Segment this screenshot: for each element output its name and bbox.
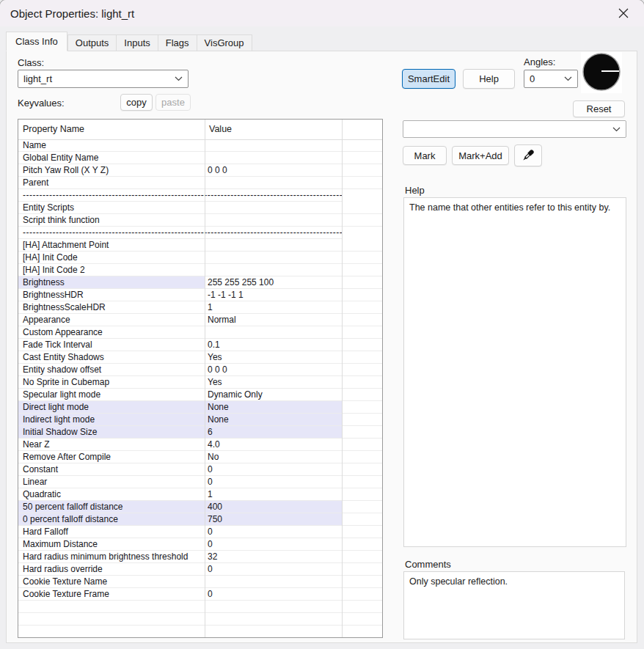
property-value-cell: 4.0: [205, 439, 342, 451]
table-row[interactable]: Initial Shadow Size6: [18, 426, 382, 439]
angle-picker[interactable]: [581, 52, 622, 93]
property-value-cell: 0: [205, 538, 342, 551]
table-row[interactable]: Global Entity Name: [18, 152, 382, 164]
property-name-cell: Entity shadow offset: [18, 364, 205, 376]
class-combobox[interactable]: light_rt: [18, 70, 189, 88]
property-name-cell: Parent: [18, 177, 205, 189]
smartedit-button[interactable]: SmartEdit: [402, 69, 455, 89]
table-row[interactable]: Script think function: [18, 214, 382, 227]
empty-cell: [342, 152, 382, 164]
table-row[interactable]: Pitch Yaw Roll (X Y Z)0 0 0: [18, 164, 382, 177]
table-row[interactable]: [18, 626, 382, 638]
empty-cell: [342, 389, 382, 401]
column-header-property-name[interactable]: Property Name: [23, 124, 84, 134]
table-row[interactable]: Remove After CompileNo: [18, 451, 382, 463]
table-row[interactable]: Cookie Texture Frame0: [18, 588, 382, 601]
property-value-cell: [205, 239, 342, 252]
separator-row[interactable]: ----------------------------------------…: [18, 189, 382, 202]
table-row[interactable]: BrightnessScaleHDR1: [18, 301, 382, 314]
property-name-cell: Direct light mode: [18, 401, 205, 414]
table-row[interactable]: Near Z4.0: [18, 439, 382, 451]
table-row[interactable]: [18, 613, 382, 626]
comments-text: Only specular reflection.: [409, 576, 508, 587]
mark-button[interactable]: Mark: [403, 146, 447, 165]
table-row[interactable]: Constant0: [18, 463, 382, 476]
keyvalue-table-header: Property Name Value: [18, 120, 382, 139]
comments-textbox[interactable]: Only specular reflection.: [403, 571, 625, 639]
table-row[interactable]: Entity Scripts: [18, 202, 382, 214]
property-name-cell: 0 percent falloff distance: [18, 513, 205, 526]
table-row[interactable]: Custom Appearance: [18, 326, 382, 339]
table-row[interactable]: Cast Entity ShadowsYes: [18, 351, 382, 364]
empty-cell: [342, 488, 382, 501]
table-row[interactable]: Hard radius minimum brightness threshold…: [18, 551, 382, 563]
table-row[interactable]: Name: [18, 139, 382, 152]
property-name-cell: Linear: [18, 476, 205, 488]
table-row[interactable]: Indirect light modeNone: [18, 414, 382, 426]
table-row[interactable]: Direct light modeNone: [18, 401, 382, 414]
chevron-down-icon: [175, 76, 183, 81]
table-row[interactable]: Hard radius override0: [18, 563, 382, 576]
table-row[interactable]: Brightness255 255 255 100: [18, 276, 382, 289]
close-button[interactable]: [607, 0, 640, 26]
tab-flags[interactable]: Flags: [158, 34, 197, 51]
table-row[interactable]: BrightnessHDR-1 -1 -1 1: [18, 289, 382, 301]
property-name-cell: [18, 626, 205, 638]
property-name-cell: Specular light mode: [18, 389, 205, 401]
separator-row[interactable]: ----------------------------------------…: [18, 227, 382, 239]
paste-keyvalues-button[interactable]: paste: [155, 94, 191, 111]
table-row[interactable]: [18, 601, 382, 613]
table-row[interactable]: [HA] Attachment Point: [18, 239, 382, 252]
tab-inputs[interactable]: Inputs: [117, 34, 158, 51]
tab-visgroup[interactable]: VisGroup: [197, 34, 252, 51]
table-row[interactable]: Linear0: [18, 476, 382, 488]
table-row[interactable]: 50 percent falloff distance400: [18, 501, 382, 513]
table-row[interactable]: [HA] Init Code: [18, 252, 382, 264]
property-name-cell: Hard Falloff: [18, 526, 205, 538]
table-row[interactable]: AppearanceNormal: [18, 314, 382, 326]
property-name-cell: Remove After Compile: [18, 451, 205, 463]
property-name-cell: Fade Tick Interval: [18, 339, 205, 351]
property-name-cell: Brightness: [18, 276, 205, 289]
table-row[interactable]: Hard Falloff0: [18, 526, 382, 538]
copy-keyvalues-button[interactable]: copy: [120, 94, 153, 111]
table-row[interactable]: No Sprite in CubemapYes: [18, 376, 382, 389]
help-button[interactable]: Help: [463, 69, 515, 89]
table-row[interactable]: Specular light modeDynamic Only: [18, 389, 382, 401]
keyvalue-combobox[interactable]: [403, 120, 626, 138]
empty-cell: [342, 276, 382, 289]
window-title: Object Properties: light_rt: [0, 7, 134, 20]
table-row[interactable]: [HA] Init Code 2: [18, 264, 382, 276]
tab-outputs[interactable]: Outputs: [67, 34, 117, 51]
property-value-cell: 0.1: [205, 339, 342, 351]
reset-button[interactable]: Reset: [573, 100, 625, 117]
property-value-cell: [205, 177, 342, 189]
tab-class-info[interactable]: Class Info: [6, 32, 67, 51]
property-name-cell: Name: [18, 139, 205, 152]
property-value-cell: 0: [205, 588, 342, 601]
help-textbox[interactable]: The name that other entities refer to th…: [403, 197, 626, 547]
keyvalue-table[interactable]: Property Name Value NameGlobal Entity Na…: [18, 119, 383, 638]
table-row[interactable]: Maximum Distance0: [18, 538, 382, 551]
table-row[interactable]: Cookie Texture Name: [18, 576, 382, 588]
property-name-cell: Constant: [18, 463, 205, 476]
eyedropper-button[interactable]: [514, 144, 542, 166]
table-row[interactable]: Quadratic1: [18, 488, 382, 501]
table-row[interactable]: 0 percent falloff distance750: [18, 513, 382, 526]
table-row[interactable]: Entity shadow offset0 0 0: [18, 364, 382, 376]
angles-combobox[interactable]: 0: [524, 70, 578, 88]
empty-cell: [342, 551, 382, 563]
property-name-cell: [HA] Init Code 2: [18, 264, 205, 276]
mark-add-button[interactable]: Mark+Add: [452, 146, 509, 165]
property-value-cell: [205, 252, 342, 264]
property-name-cell: Entity Scripts: [18, 202, 205, 214]
property-name-cell: Appearance: [18, 314, 205, 326]
column-divider: [342, 120, 343, 637]
table-row[interactable]: Parent: [18, 177, 382, 189]
property-name-cell: [18, 613, 205, 626]
table-row[interactable]: Fade Tick Interval0.1: [18, 339, 382, 351]
property-name-cell: Hard radius minimum brightness threshold: [18, 551, 205, 563]
empty-cell: [342, 601, 382, 613]
column-header-value[interactable]: Value: [209, 124, 232, 134]
property-value-cell: [205, 152, 342, 164]
